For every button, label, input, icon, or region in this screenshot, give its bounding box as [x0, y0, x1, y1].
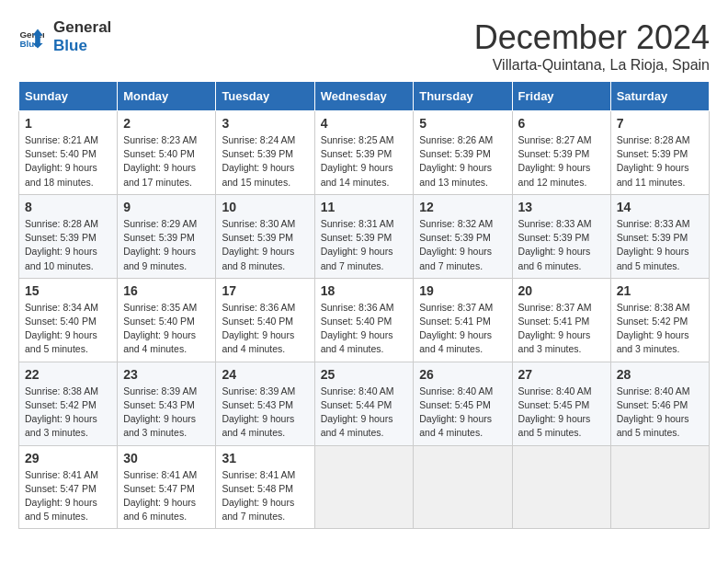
weekday-header-thursday: Thursday: [414, 82, 512, 111]
day-info: Sunrise: 8:34 AM Sunset: 5:40 PM Dayligh…: [25, 301, 111, 357]
day-info: Sunrise: 8:41 AM Sunset: 5:47 PM Dayligh…: [123, 468, 210, 524]
day-info: Sunrise: 8:40 AM Sunset: 5:45 PM Dayligh…: [419, 385, 506, 441]
day-number: 4: [321, 116, 408, 131]
day-info: Sunrise: 8:23 AM Sunset: 5:40 PM Dayligh…: [123, 133, 210, 190]
weekday-header-tuesday: Tuesday: [216, 82, 314, 111]
calendar-cell: 31 Sunrise: 8:41 AM Sunset: 5:48 PM Dayl…: [216, 445, 314, 529]
calendar-cell: 9 Sunrise: 8:29 AM Sunset: 5:39 PM Dayli…: [118, 194, 216, 278]
calendar-cell: [414, 445, 512, 529]
weekday-header-monday: Monday: [118, 82, 216, 111]
day-number: 11: [321, 200, 408, 214]
day-info: Sunrise: 8:21 AM Sunset: 5:40 PM Dayligh…: [25, 133, 111, 190]
calendar-cell: 8 Sunrise: 8:28 AM Sunset: 5:39 PM Dayli…: [19, 194, 118, 278]
day-info: Sunrise: 8:30 AM Sunset: 5:39 PM Dayligh…: [222, 217, 308, 273]
day-number: 5: [419, 116, 506, 131]
calendar-cell: 4 Sunrise: 8:25 AM Sunset: 5:39 PM Dayli…: [314, 111, 414, 195]
day-number: 3: [222, 116, 308, 131]
calendar-cell: 24 Sunrise: 8:39 AM Sunset: 5:43 PM Dayl…: [216, 362, 314, 445]
day-number: 15: [25, 283, 111, 298]
day-number: 10: [222, 200, 308, 214]
logo-line2: Blue: [53, 37, 111, 55]
day-number: 12: [419, 200, 506, 214]
title-block: December 2024 Villarta-Quintana, La Rioj…: [474, 18, 710, 74]
calendar-cell: 22 Sunrise: 8:38 AM Sunset: 5:42 PM Dayl…: [19, 362, 118, 445]
weekday-header-wednesday: Wednesday: [314, 82, 414, 111]
calendar-cell: 17 Sunrise: 8:36 AM Sunset: 5:40 PM Dayl…: [216, 278, 314, 362]
day-info: Sunrise: 8:33 AM Sunset: 5:39 PM Dayligh…: [518, 217, 605, 273]
day-info: Sunrise: 8:40 AM Sunset: 5:44 PM Dayligh…: [321, 385, 408, 441]
day-number: 9: [123, 200, 210, 214]
day-info: Sunrise: 8:38 AM Sunset: 5:42 PM Dayligh…: [25, 385, 111, 441]
calendar-cell: 19 Sunrise: 8:37 AM Sunset: 5:41 PM Dayl…: [414, 278, 512, 362]
calendar-cell: 6 Sunrise: 8:27 AM Sunset: 5:39 PM Dayli…: [512, 111, 610, 195]
calendar-cell: 2 Sunrise: 8:23 AM Sunset: 5:40 PM Dayli…: [118, 111, 216, 195]
calendar-cell: 16 Sunrise: 8:35 AM Sunset: 5:40 PM Dayl…: [118, 278, 216, 362]
calendar-cell: 20 Sunrise: 8:37 AM Sunset: 5:41 PM Dayl…: [512, 278, 610, 362]
calendar-cell: 10 Sunrise: 8:30 AM Sunset: 5:39 PM Dayl…: [216, 194, 314, 278]
calendar-cell: 23 Sunrise: 8:39 AM Sunset: 5:43 PM Dayl…: [118, 362, 216, 445]
day-info: Sunrise: 8:41 AM Sunset: 5:47 PM Dayligh…: [25, 468, 111, 524]
calendar-cell: 1 Sunrise: 8:21 AM Sunset: 5:40 PM Dayli…: [19, 111, 118, 195]
calendar-week-1: 1 Sunrise: 8:21 AM Sunset: 5:40 PM Dayli…: [19, 111, 710, 195]
day-info: Sunrise: 8:40 AM Sunset: 5:46 PM Dayligh…: [617, 385, 703, 441]
weekday-header-sunday: Sunday: [19, 82, 118, 111]
day-number: 24: [222, 367, 308, 382]
calendar-cell: 5 Sunrise: 8:26 AM Sunset: 5:39 PM Dayli…: [414, 111, 512, 195]
month-title: December 2024: [474, 18, 710, 57]
day-number: 18: [321, 283, 408, 298]
day-number: 14: [617, 200, 703, 214]
day-number: 20: [518, 283, 605, 298]
calendar-cell: 21 Sunrise: 8:38 AM Sunset: 5:42 PM Dayl…: [610, 278, 709, 362]
day-number: 26: [419, 367, 506, 382]
calendar-week-3: 15 Sunrise: 8:34 AM Sunset: 5:40 PM Dayl…: [19, 278, 710, 362]
calendar-cell: 12 Sunrise: 8:32 AM Sunset: 5:39 PM Dayl…: [414, 194, 512, 278]
day-info: Sunrise: 8:38 AM Sunset: 5:42 PM Dayligh…: [617, 301, 703, 357]
calendar-cell: 14 Sunrise: 8:33 AM Sunset: 5:39 PM Dayl…: [610, 194, 709, 278]
day-number: 17: [222, 283, 308, 298]
day-number: 13: [518, 200, 605, 214]
logo: General Blue General Blue: [18, 18, 111, 54]
weekday-header-row: SundayMondayTuesdayWednesdayThursdayFrid…: [19, 82, 710, 111]
day-info: Sunrise: 8:37 AM Sunset: 5:41 PM Dayligh…: [518, 301, 605, 357]
day-number: 21: [617, 283, 703, 298]
day-info: Sunrise: 8:31 AM Sunset: 5:39 PM Dayligh…: [321, 217, 408, 273]
day-info: Sunrise: 8:41 AM Sunset: 5:48 PM Dayligh…: [222, 468, 308, 524]
day-info: Sunrise: 8:37 AM Sunset: 5:41 PM Dayligh…: [419, 301, 506, 357]
day-number: 23: [123, 367, 210, 382]
day-number: 8: [25, 200, 111, 214]
day-info: Sunrise: 8:32 AM Sunset: 5:39 PM Dayligh…: [419, 217, 506, 273]
weekday-header-saturday: Saturday: [610, 82, 709, 111]
calendar-week-5: 29 Sunrise: 8:41 AM Sunset: 5:47 PM Dayl…: [19, 445, 710, 529]
day-number: 22: [25, 367, 111, 382]
weekday-header-friday: Friday: [512, 82, 610, 111]
calendar-cell: 28 Sunrise: 8:40 AM Sunset: 5:46 PM Dayl…: [610, 362, 709, 445]
calendar-week-4: 22 Sunrise: 8:38 AM Sunset: 5:42 PM Dayl…: [19, 362, 710, 445]
day-info: Sunrise: 8:35 AM Sunset: 5:40 PM Dayligh…: [123, 301, 210, 357]
calendar-cell: [512, 445, 610, 529]
calendar-cell: 3 Sunrise: 8:24 AM Sunset: 5:39 PM Dayli…: [216, 111, 314, 195]
calendar-cell: 29 Sunrise: 8:41 AM Sunset: 5:47 PM Dayl…: [19, 445, 118, 529]
day-number: 7: [617, 116, 703, 131]
day-number: 30: [123, 451, 210, 465]
calendar-cell: 25 Sunrise: 8:40 AM Sunset: 5:44 PM Dayl…: [314, 362, 414, 445]
calendar-cell: [610, 445, 709, 529]
day-number: 28: [617, 367, 703, 382]
calendar-cell: 26 Sunrise: 8:40 AM Sunset: 5:45 PM Dayl…: [414, 362, 512, 445]
day-info: Sunrise: 8:29 AM Sunset: 5:39 PM Dayligh…: [123, 217, 210, 273]
calendar-cell: [314, 445, 414, 529]
day-info: Sunrise: 8:27 AM Sunset: 5:39 PM Dayligh…: [518, 133, 605, 190]
calendar-table: SundayMondayTuesdayWednesdayThursdayFrid…: [18, 81, 710, 529]
calendar-cell: 11 Sunrise: 8:31 AM Sunset: 5:39 PM Dayl…: [314, 194, 414, 278]
day-info: Sunrise: 8:24 AM Sunset: 5:39 PM Dayligh…: [222, 133, 308, 190]
calendar-cell: 13 Sunrise: 8:33 AM Sunset: 5:39 PM Dayl…: [512, 194, 610, 278]
day-info: Sunrise: 8:36 AM Sunset: 5:40 PM Dayligh…: [321, 301, 408, 357]
day-info: Sunrise: 8:25 AM Sunset: 5:39 PM Dayligh…: [321, 133, 408, 190]
day-number: 2: [123, 116, 210, 131]
day-number: 6: [518, 116, 605, 131]
day-info: Sunrise: 8:40 AM Sunset: 5:45 PM Dayligh…: [518, 385, 605, 441]
day-info: Sunrise: 8:28 AM Sunset: 5:39 PM Dayligh…: [617, 133, 703, 190]
day-info: Sunrise: 8:39 AM Sunset: 5:43 PM Dayligh…: [222, 385, 308, 441]
day-info: Sunrise: 8:28 AM Sunset: 5:39 PM Dayligh…: [25, 217, 111, 273]
page-header: General Blue General Blue December 2024 …: [18, 18, 710, 74]
logo-icon: General Blue: [18, 24, 44, 50]
